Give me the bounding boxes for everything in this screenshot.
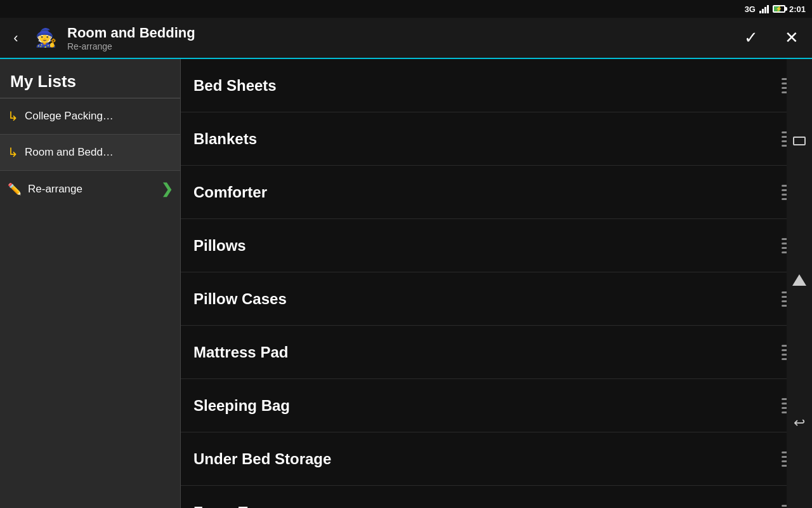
my-lists-heading: My Lists	[0, 59, 180, 98]
list-item-text: Sleeping Bag	[193, 397, 782, 415]
rearrange-option[interactable]: ✏️ Re-arrange ❯	[0, 171, 180, 208]
clock: 2:01	[789, 4, 806, 14]
pencil-icon: ✏️	[8, 182, 22, 196]
main-layout: My Lists ↳ College Packing… ↳ Room and B…	[0, 59, 812, 508]
list-item[interactable]: Sleeping Bag	[181, 379, 812, 432]
header-title: Room and Bedding	[67, 25, 731, 41]
sidebar-item-room-bedding[interactable]: ↳ Room and Bedd…	[0, 135, 180, 171]
sidebar-item-college-packing[interactable]: ↳ College Packing…	[0, 98, 180, 135]
close-button[interactable]: ✕	[771, 18, 812, 58]
sidebar-item-label-2: Room and Bedd…	[25, 146, 173, 159]
sidebar: My Lists ↳ College Packing… ↳ Room and B…	[0, 59, 181, 508]
app-icon: 🧙	[32, 24, 60, 52]
list-item[interactable]: Pillows	[181, 219, 812, 272]
list-item[interactable]: Pillow Cases	[181, 272, 812, 326]
list-item-text: Mattress Pad	[193, 344, 782, 361]
list-item[interactable]: Bed Sheets	[181, 59, 812, 112]
list-item-text: Foam Topper	[193, 504, 782, 509]
list-item-text: Comforter	[193, 184, 782, 201]
header-title-area: Room and Bedding Re-arrange	[67, 25, 731, 51]
battery-icon: ⚡	[773, 5, 785, 13]
list-item-text: Pillow Cases	[193, 290, 782, 308]
rearrange-label: Re-arrange	[28, 183, 82, 196]
home-icon[interactable]	[792, 274, 806, 286]
list-item[interactable]: Mattress Pad	[181, 326, 812, 379]
list-item-text: Pillows	[193, 237, 782, 255]
network-indicator: 3G	[745, 4, 756, 14]
signal-bars	[759, 4, 769, 13]
list-icon-1: ↳	[8, 109, 18, 124]
list-item-text: Bed Sheets	[193, 77, 782, 95]
header-subtitle: Re-arrange	[67, 41, 731, 51]
list-item[interactable]: Comforter	[181, 166, 812, 219]
header-actions: ✓ ✕	[731, 18, 812, 58]
list-icon-2: ↳	[8, 145, 18, 160]
list-item[interactable]: Foam Topper	[181, 486, 812, 508]
back-button[interactable]: ‹	[0, 18, 32, 58]
list-item-text: Under Bed Storage	[193, 450, 782, 468]
list-item-text: Blankets	[193, 130, 782, 148]
top-header: ‹ 🧙 Room and Bedding Re-arrange ✓ ✕	[0, 18, 812, 59]
list-item[interactable]: Blankets	[181, 112, 812, 166]
sidebar-item-label-1: College Packing…	[25, 110, 173, 123]
status-bar: 3G ⚡ 2:01	[0, 0, 812, 18]
content-area: Bed Sheets Blankets Comforter	[181, 59, 812, 508]
list-item[interactable]: Under Bed Storage	[181, 432, 812, 486]
back-icon[interactable]: ↩	[794, 415, 805, 431]
confirm-button[interactable]: ✓	[731, 18, 771, 58]
rearrange-arrow: ❯	[161, 181, 173, 197]
android-nav: ↩	[787, 59, 812, 508]
recent-apps-icon[interactable]	[793, 137, 806, 145]
